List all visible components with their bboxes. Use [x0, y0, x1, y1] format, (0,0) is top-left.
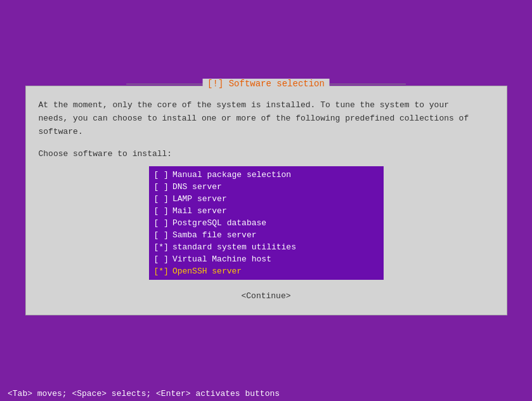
continue-button[interactable]: <Continue>: [236, 290, 295, 302]
checkbox-mail-server: [ ]: [154, 206, 169, 216]
checkbox-openssh: [*]: [154, 266, 169, 276]
item-label-postgresql: PostgreSQL database: [172, 218, 266, 228]
checkbox-postgresql: [ ]: [154, 218, 169, 228]
outer-container: [!] Software selection At the moment, on…: [0, 0, 532, 401]
description-text: At the moment, only the core of the syst…: [39, 99, 494, 138]
item-label-standard-utils: standard system utilities: [172, 242, 296, 252]
software-list: [ ]Manual package selection[ ]DNS server…: [149, 166, 384, 280]
checkbox-manual-package: [ ]: [154, 170, 169, 180]
list-item-mail-server[interactable]: [ ]Mail server: [149, 205, 384, 217]
choose-label: Choose software to install:: [39, 149, 494, 159]
title-line-right: [330, 84, 406, 84]
list-item-standard-utils[interactable]: [*]standard system utilities: [149, 241, 384, 253]
list-item-vm-host[interactable]: [ ]Virtual Machine host: [149, 253, 384, 265]
checkbox-dns-server: [ ]: [154, 182, 169, 192]
checkbox-vm-host: [ ]: [154, 254, 169, 264]
item-label-vm-host: Virtual Machine host: [172, 254, 271, 264]
item-label-manual-package: Manual package selection: [172, 170, 291, 180]
item-label-mail-server: Mail server: [172, 206, 227, 216]
dialog-title-bar: [!] Software selection: [126, 79, 406, 89]
item-label-lamp-server: LAMP server: [172, 194, 227, 204]
checkbox-lamp-server: [ ]: [154, 194, 169, 204]
item-label-openssh: OpenSSH server: [172, 266, 242, 276]
list-item-openssh[interactable]: [*]OpenSSH server: [149, 265, 384, 277]
status-bar: <Tab> moves; <Space> selects; <Enter> ac…: [0, 386, 532, 401]
list-item-samba-server[interactable]: [ ]Samba file server: [149, 229, 384, 241]
dialog-box: [!] Software selection At the moment, on…: [25, 86, 507, 315]
checkbox-standard-utils: [*]: [154, 242, 169, 252]
title-line-left: [126, 84, 202, 84]
list-item-dns-server[interactable]: [ ]DNS server: [149, 181, 384, 193]
item-label-dns-server: DNS server: [172, 182, 222, 192]
desc-line2: needs, you can choose to install one or …: [39, 114, 469, 123]
desc-line1: At the moment, only the core of the syst…: [39, 100, 450, 110]
item-label-samba-server: Samba file server: [172, 230, 257, 240]
desc-line3: software.: [39, 127, 83, 136]
dialog-title: [!] Software selection: [202, 79, 330, 89]
checkbox-samba-server: [ ]: [154, 230, 169, 240]
list-item-manual-package[interactable]: [ ]Manual package selection: [149, 169, 384, 181]
list-item-lamp-server[interactable]: [ ]LAMP server: [149, 193, 384, 205]
list-item-postgresql[interactable]: [ ]PostgreSQL database: [149, 217, 384, 229]
